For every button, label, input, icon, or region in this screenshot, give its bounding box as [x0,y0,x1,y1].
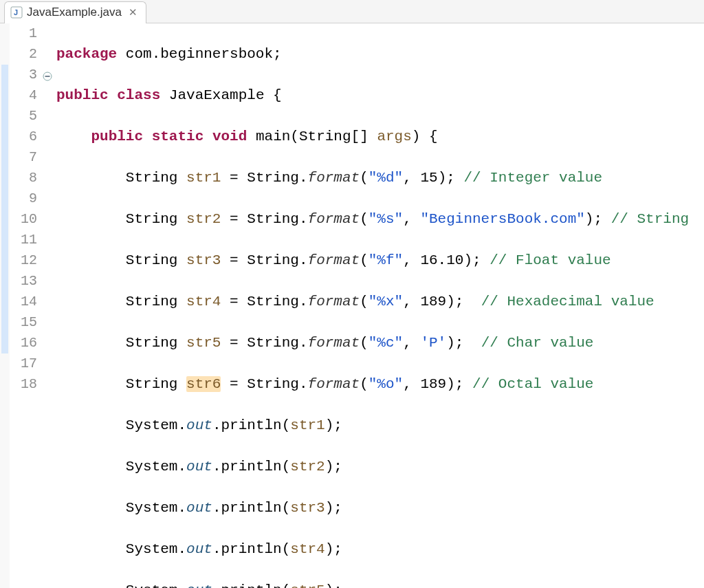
fold-column [43,23,55,588]
code-area[interactable]: 1234 5678 9101112 13141516 1718 package … [0,23,704,588]
fold-collapse-icon[interactable] [43,67,52,77]
code-text[interactable]: package com.beginnersbook; public class … [55,23,704,588]
block-marker [1,65,8,353]
marker-column [0,23,10,588]
editor-tabbar: J JavaExample.java ✕ [0,0,704,23]
editor-pane: J JavaExample.java ✕ 1234 5678 9101112 1… [0,0,704,588]
close-icon[interactable]: ✕ [129,6,138,19]
svg-text:J: J [14,8,18,17]
java-file-icon: J [10,6,23,19]
editor-tab-javaexample[interactable]: J JavaExample.java ✕ [4,1,146,23]
editor-tab-label: JavaExample.java [27,6,122,19]
line-number-gutter: 1234 5678 9101112 13141516 1718 [10,23,43,588]
